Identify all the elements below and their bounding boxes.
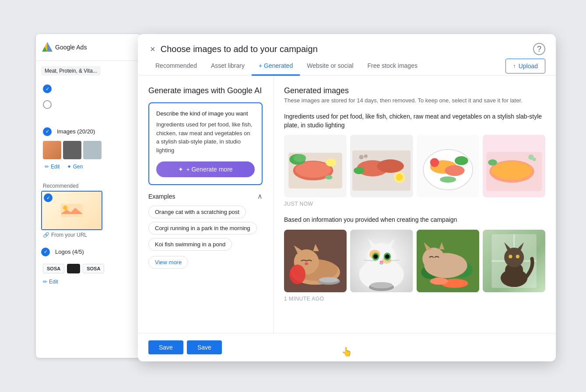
svg-point-59 <box>380 261 383 263</box>
logos-title: Logos (4/5) <box>53 245 86 259</box>
svg-point-27 <box>454 156 468 165</box>
svg-point-67 <box>430 278 448 285</box>
group2-timestamp: 1 MINUTE AGO <box>284 296 545 302</box>
modal-header-right: ? <box>533 43 545 55</box>
svg-point-84 <box>516 255 519 258</box>
food-img-svg-1 <box>284 135 347 197</box>
save-button-2[interactable]: Save <box>187 340 222 354</box>
logo-dark <box>67 264 80 273</box>
generated-subtitle: These images are stored for 14 days, the… <box>284 97 545 104</box>
examples-chips: Orange cat with a scratching post Corgi … <box>148 206 263 254</box>
examples-title: Examples <box>148 193 175 200</box>
generate-button[interactable]: ✦ Gen <box>65 163 85 171</box>
cat-card-inner-1 <box>284 230 347 292</box>
images-title: Images (20/20) <box>55 125 97 138</box>
circle-icon-2 <box>43 100 52 109</box>
tab-generated[interactable]: + Generated <box>252 57 300 76</box>
food-card-inner-1 <box>284 135 347 197</box>
logo-icon <box>41 41 53 53</box>
from-url: 🔗 From your URL <box>41 230 136 240</box>
upload-button[interactable]: ↑ Upload <box>505 59 545 74</box>
tabs-bar: Recommended Asset library + Generated We… <box>138 57 556 76</box>
generated-images-title: Generated images <box>284 86 545 95</box>
cat-img-svg-2 <box>350 230 413 292</box>
svg-point-46 <box>289 265 305 284</box>
example-chip-2[interactable]: Corgi running in a park in the morning <box>148 222 257 234</box>
svg-point-71 <box>422 248 445 270</box>
view-more-button[interactable]: View more <box>148 256 188 269</box>
cat-card-inner-4 <box>483 230 545 292</box>
describe-text: Ingredients used for pet food, like fish… <box>156 120 255 154</box>
modal-title: Choose images to add to your campaign <box>161 44 318 54</box>
cat-image-2[interactable] <box>350 230 413 292</box>
recommended-image: ✓ <box>41 191 102 230</box>
svg-point-36 <box>488 159 497 165</box>
tab-asset-library[interactable]: Asset library <box>204 57 252 76</box>
logo-sosa-1: SOSA <box>43 264 64 273</box>
thumb-3 <box>83 141 102 159</box>
panel-header: Google Ads <box>36 34 141 61</box>
svg-point-20 <box>364 154 368 158</box>
describe-label: Describe the kind of image you want <box>156 110 255 117</box>
image-thumbnails <box>43 141 134 159</box>
svg-point-16 <box>377 159 404 173</box>
sparkle-icon: ✦ <box>178 166 183 173</box>
svg-point-57 <box>373 254 378 259</box>
images-panel: Generated images These images are stored… <box>274 76 556 333</box>
svg-point-12 <box>325 175 332 179</box>
svg-point-21 <box>354 167 365 174</box>
save-button-1[interactable]: Save <box>148 340 183 354</box>
tab-free-stock[interactable]: Free stock images <box>361 57 425 76</box>
cat-image-1[interactable] <box>284 230 347 292</box>
image-group-2: Based on information you provided when c… <box>284 216 545 302</box>
svg-marker-1 <box>47 42 53 52</box>
svg-point-18 <box>396 174 403 181</box>
logos-check: ✓ <box>41 248 50 256</box>
generate-title: Generate images with Google AI <box>148 86 263 95</box>
food-image-1[interactable] <box>284 135 347 197</box>
modal-overlay: × Choose images to add to your campaign … <box>138 34 556 361</box>
svg-point-58 <box>385 254 389 259</box>
food-img-svg-2 <box>350 135 413 197</box>
check-badge: ✓ <box>44 193 53 202</box>
group2-title: Based on information you provided when c… <box>284 216 545 224</box>
cat-image-4[interactable] <box>483 230 545 292</box>
food-img-svg-3 <box>417 135 479 197</box>
thumb-2 <box>63 141 81 159</box>
modal-close-button[interactable]: × <box>148 43 157 55</box>
edit-button[interactable]: ✏ Edit <box>43 163 62 171</box>
modal-footer: Save Save <box>138 333 556 361</box>
svg-point-11 <box>326 158 337 166</box>
images-check: ✓ <box>43 127 52 136</box>
tab-recommended[interactable]: Recommended <box>148 57 204 76</box>
check-icon-1: ✓ <box>43 84 52 93</box>
svg-point-43 <box>305 262 308 265</box>
rec-image-icon <box>59 202 85 219</box>
food-image-4[interactable] <box>483 135 545 197</box>
modal-body: Generate images with Google AI Describe … <box>138 76 556 333</box>
cat-img-svg-1 <box>284 230 347 292</box>
cat-image-3[interactable] <box>417 230 479 292</box>
food-image-grid <box>284 135 545 197</box>
generate-more-button[interactable]: ✦ + Generate more 👆 <box>156 161 255 177</box>
google-ads-logo: Google Ads <box>41 41 87 53</box>
svg-point-10 <box>293 154 306 162</box>
svg-point-33 <box>491 162 532 180</box>
svg-point-63 <box>370 282 393 288</box>
food-image-2[interactable] <box>350 135 413 197</box>
help-button[interactable]: ? <box>533 43 545 55</box>
example-chip-1[interactable]: Orange cat with a scratching post <box>148 206 246 218</box>
tab-website-social[interactable]: Website or social <box>300 57 360 76</box>
svg-point-80 <box>504 248 524 267</box>
image-group-1: Ingredients used for pet food, like fish… <box>284 112 545 207</box>
thumb-1 <box>43 141 61 159</box>
cat-card-inner-3 <box>417 230 479 292</box>
food-card-inner-2 <box>350 135 413 197</box>
examples-header[interactable]: Examples ∧ <box>148 192 263 200</box>
generate-panel: Generate images with Google AI Describe … <box>138 76 274 333</box>
food-image-3[interactable] <box>417 135 479 197</box>
svg-point-29 <box>440 176 456 182</box>
upload-icon: ↑ <box>513 63 516 70</box>
example-chip-3[interactable]: Koi fish swimming in a pond <box>148 238 232 251</box>
logos-edit-button[interactable]: ✏ Edit <box>41 278 60 286</box>
